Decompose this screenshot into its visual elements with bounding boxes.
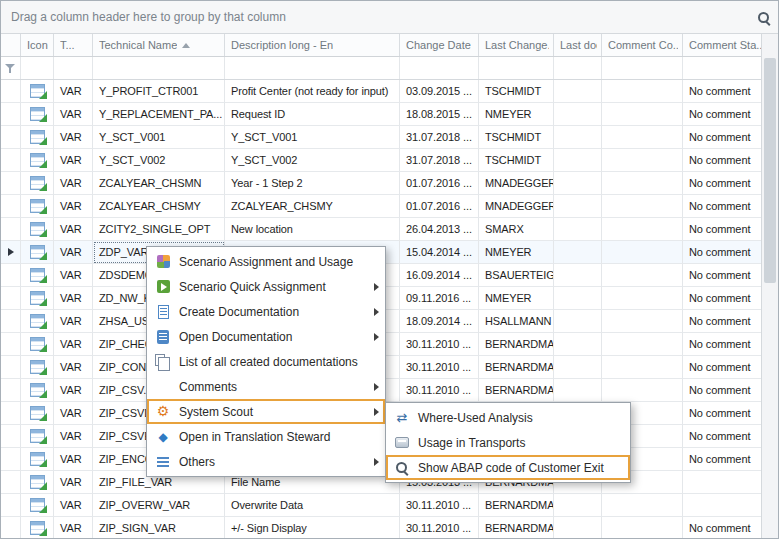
cell-last-change[interactable]: MNADEGGER (479, 195, 554, 218)
cell-description[interactable]: Y_SCT_V001 (225, 126, 400, 149)
cell-change-date[interactable]: 01.07.2016 ... (400, 195, 479, 218)
filter-cell-change-date[interactable] (400, 57, 479, 79)
cell-change-date[interactable]: 18.08.2015 ... (400, 103, 479, 126)
cell-last-change[interactable]: NMEYER (479, 241, 554, 264)
group-by-panel[interactable]: Drag a column header here to group by th… (1, 1, 778, 34)
cell-last-doc[interactable] (554, 333, 602, 356)
cell-change-date[interactable]: 16.09.2014 ... (400, 264, 479, 287)
cell-last-doc[interactable] (554, 149, 602, 172)
cell-change-date[interactable]: 30.11.2010 ... (400, 333, 479, 356)
cell-change-date[interactable]: 30.11.2010 ... (400, 517, 479, 539)
cell-change-date[interactable]: 30.11.2010 ... (400, 494, 479, 517)
filter-cell-t[interactable] (54, 57, 93, 79)
cell-technical-name[interactable]: Y_REPLACEMENT_PA... (93, 103, 225, 126)
cell-type[interactable]: VAR (54, 425, 93, 448)
cell-type[interactable]: VAR (54, 310, 93, 333)
cell-last-change[interactable]: BSAUERTEIG (479, 264, 554, 287)
cell-last-doc[interactable] (554, 218, 602, 241)
cell-last-change[interactable]: BERNARDMA (479, 356, 554, 379)
column-header-comment-co[interactable]: Comment Co... (602, 34, 683, 56)
cell-type[interactable]: VAR (54, 241, 93, 264)
column-header-t[interactable]: T... (54, 34, 93, 56)
cell-type[interactable]: VAR (54, 126, 93, 149)
column-header-last-change[interactable]: Last Change... (479, 34, 554, 56)
table-row[interactable]: VARZCITY2_SINGLE_OPTNew location26.04.20… (1, 218, 778, 241)
cell-last-change[interactable]: MNADEGGER (479, 172, 554, 195)
cell-last-doc[interactable] (554, 103, 602, 126)
menu-item-create-documentation[interactable]: Create Documentation (147, 299, 385, 324)
column-header-icon[interactable]: Icon (21, 34, 54, 56)
cell-type[interactable]: VAR (54, 103, 93, 126)
cell-last-doc[interactable] (554, 494, 602, 517)
filter-cell-technical-name[interactable] (93, 57, 225, 79)
cell-last-change[interactable]: BERNARDMA (479, 494, 554, 517)
cell-technical-name[interactable]: Y_SCT_V001 (93, 126, 225, 149)
cell-description[interactable]: Profit Center (not ready for input) (225, 80, 400, 103)
cell-last-doc[interactable] (554, 517, 602, 539)
cell-last-doc[interactable] (554, 172, 602, 195)
table-row[interactable]: VARZD_NW_K...09.11.2016 ...NMEYERNo comm… (1, 287, 778, 310)
cell-comment-count[interactable] (602, 517, 683, 539)
cell-last-change[interactable]: HSALLMANN (479, 310, 554, 333)
menu-item-open-documentation[interactable]: Open Documentation (147, 324, 385, 349)
menu-item-others[interactable]: Others (147, 449, 385, 474)
table-row[interactable]: VARZCALYEAR_CHSMNYear - 1 Step 201.07.20… (1, 172, 778, 195)
cell-type[interactable]: VAR (54, 195, 93, 218)
cell-description[interactable]: Overwrite Data (225, 494, 400, 517)
cell-change-date[interactable]: 31.07.2018 ... (400, 149, 479, 172)
table-row[interactable]: VARZIP_SIGN_VAR+/- Sign Display30.11.201… (1, 517, 778, 539)
cell-last-doc[interactable] (554, 310, 602, 333)
table-row[interactable]: VARZDP_VAR...15.04.2014 ...NMEYERNo comm… (1, 241, 778, 264)
cell-technical-name[interactable]: ZIP_SIGN_VAR (93, 517, 225, 539)
cell-type[interactable]: VAR (54, 517, 93, 539)
cell-last-doc[interactable] (554, 379, 602, 402)
cell-change-date[interactable]: 15.04.2014 ... (400, 241, 479, 264)
cell-type[interactable]: VAR (54, 471, 93, 494)
cell-comment-count[interactable] (602, 172, 683, 195)
table-row[interactable]: VARZIP_CONV...30.11.2010 ...BERNARDMANo … (1, 356, 778, 379)
cell-last-change[interactable]: NMEYER (479, 287, 554, 310)
menu-item-open-in-translation-steward[interactable]: Open in Translation Steward (147, 424, 385, 449)
filter-cell-description-long-en[interactable] (225, 57, 400, 79)
table-row[interactable]: VARZHSA_US...18.09.2014 ...HSALLMANNNo c… (1, 310, 778, 333)
cell-last-doc[interactable] (554, 195, 602, 218)
cell-comment-count[interactable] (602, 379, 683, 402)
cell-last-change[interactable]: TSCHMIDT (479, 149, 554, 172)
cell-technical-name[interactable]: ZIP_OVERW_VAR (93, 494, 225, 517)
column-header-technical-name[interactable]: Technical Name (93, 34, 225, 56)
menu-item-show-abap-code-of-customer-exit[interactable]: Show ABAP code of Customer Exit (386, 455, 630, 480)
cell-change-date[interactable]: 18.09.2014 ... (400, 310, 479, 333)
cell-type[interactable]: VAR (54, 402, 93, 425)
cell-type[interactable]: VAR (54, 80, 93, 103)
cell-last-change[interactable]: BERNARDMA (479, 333, 554, 356)
cell-last-change[interactable]: NMEYER (479, 103, 554, 126)
column-header-description-long-en[interactable]: Description long - En (225, 34, 400, 56)
cell-technical-name[interactable]: Y_PROFIT_CTR001 (93, 80, 225, 103)
cell-type[interactable]: VAR (54, 333, 93, 356)
table-row[interactable]: VARY_SCT_V002Y_SCT_V00231.07.2018 ...TSC… (1, 149, 778, 172)
scrollbar-thumb[interactable] (764, 58, 776, 283)
menu-item-comments[interactable]: Comments (147, 374, 385, 399)
cell-last-change[interactable]: BERNARDMA (479, 517, 554, 539)
cell-description[interactable]: Year - 1 Step 2 (225, 172, 400, 195)
table-row[interactable]: VARY_SCT_V001Y_SCT_V00131.07.2018 ...TSC… (1, 126, 778, 149)
cell-description[interactable]: Y_SCT_V002 (225, 149, 400, 172)
cell-change-date[interactable]: 26.04.2013 ... (400, 218, 479, 241)
filter-cell-comment-co[interactable] (602, 57, 683, 79)
cell-last-doc[interactable] (554, 241, 602, 264)
menu-item-where-used-analysis[interactable]: Where-Used Analysis (386, 405, 630, 430)
table-row[interactable]: VARY_REPLACEMENT_PA...Request ID18.08.20… (1, 103, 778, 126)
cell-type[interactable]: VAR (54, 218, 93, 241)
cell-comment-count[interactable] (602, 310, 683, 333)
cell-comment-count[interactable] (602, 149, 683, 172)
cell-comment-count[interactable] (602, 356, 683, 379)
filter-cell-icon[interactable] (21, 57, 54, 79)
cell-last-change[interactable]: SMARX (479, 218, 554, 241)
vertical-scrollbar[interactable] (761, 34, 778, 538)
cell-type[interactable]: VAR (54, 264, 93, 287)
filter-cell-last-change[interactable] (479, 57, 554, 79)
cell-change-date[interactable]: 30.11.2010 ... (400, 356, 479, 379)
cell-change-date[interactable]: 30.11.2010 ... (400, 379, 479, 402)
cell-comment-count[interactable] (602, 241, 683, 264)
cell-type[interactable]: VAR (54, 172, 93, 195)
